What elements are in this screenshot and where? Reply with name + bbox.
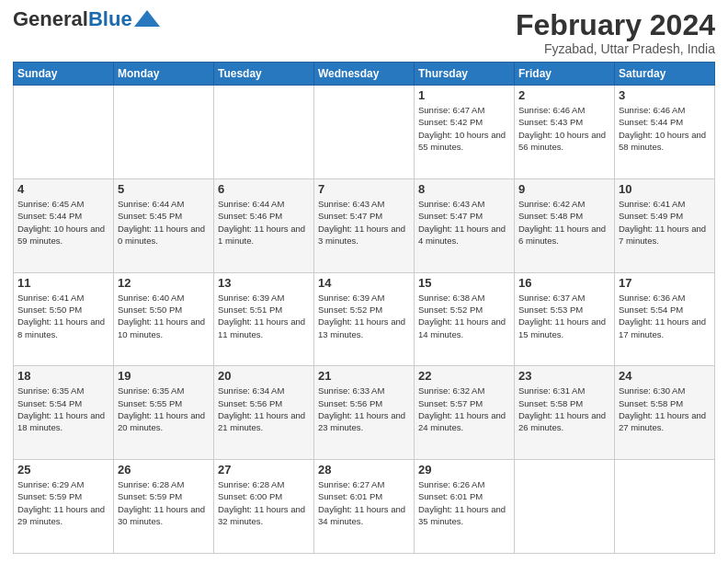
logo-blue: Blue [88,7,132,30]
header: GeneralBlue February 2024 Fyzabad, Uttar… [13,9,715,56]
day-number: 24 [619,369,711,383]
calendar-cell: 13Sunrise: 6:39 AM Sunset: 5:51 PM Dayli… [214,272,314,366]
calendar-cell: 12Sunrise: 6:40 AM Sunset: 5:50 PM Dayli… [114,272,214,366]
day-info: Sunrise: 6:47 AM Sunset: 5:42 PM Dayligh… [418,104,510,153]
day-info: Sunrise: 6:46 AM Sunset: 5:43 PM Dayligh… [518,104,610,153]
logo-icon [134,10,160,27]
day-number: 14 [318,276,410,290]
day-number: 18 [17,369,109,383]
day-info: Sunrise: 6:33 AM Sunset: 5:56 PM Dayligh… [318,385,410,433]
day-info: Sunrise: 6:28 AM Sunset: 6:00 PM Dayligh… [218,478,310,527]
calendar-cell: 6Sunrise: 6:44 AM Sunset: 5:46 PM Daylig… [214,178,314,272]
calendar-cell: 3Sunrise: 6:46 AM Sunset: 5:44 PM Daylig… [615,86,715,179]
calendar-week-2: 4Sunrise: 6:45 AM Sunset: 5:44 PM Daylig… [14,178,715,272]
day-number: 10 [619,182,711,196]
day-number: 6 [218,182,310,196]
calendar-cell: 29Sunrise: 6:26 AM Sunset: 6:01 PM Dayli… [415,460,515,554]
day-number: 17 [619,276,711,290]
day-number: 1 [418,88,510,102]
calendar-cell: 19Sunrise: 6:35 AM Sunset: 5:55 PM Dayli… [114,366,214,460]
calendar-cell: 1Sunrise: 6:47 AM Sunset: 5:42 PM Daylig… [415,86,515,179]
day-number: 3 [619,88,711,102]
calendar-cell [615,460,715,554]
title-section: February 2024 Fyzabad, Uttar Pradesh, In… [516,9,715,56]
day-number: 16 [518,276,610,290]
calendar-cell: 27Sunrise: 6:28 AM Sunset: 6:00 PM Dayli… [214,460,314,554]
calendar-cell: 26Sunrise: 6:28 AM Sunset: 5:59 PM Dayli… [114,460,214,554]
calendar-cell [14,86,114,179]
day-number: 28 [318,463,410,477]
day-number: 15 [418,276,510,290]
calendar-cell: 16Sunrise: 6:37 AM Sunset: 5:53 PM Dayli… [515,272,615,366]
calendar-cell [314,86,415,179]
day-header-sunday: Sunday [14,63,114,86]
calendar-cell: 11Sunrise: 6:41 AM Sunset: 5:50 PM Dayli… [14,272,114,366]
day-info: Sunrise: 6:28 AM Sunset: 5:59 PM Dayligh… [118,478,210,527]
calendar-cell [515,460,615,554]
day-info: Sunrise: 6:44 AM Sunset: 5:46 PM Dayligh… [218,198,310,247]
calendar-cell: 8Sunrise: 6:43 AM Sunset: 5:47 PM Daylig… [415,178,515,272]
day-info: Sunrise: 6:43 AM Sunset: 5:47 PM Dayligh… [418,198,510,247]
day-info: Sunrise: 6:29 AM Sunset: 5:59 PM Dayligh… [17,478,109,527]
calendar-cell: 18Sunrise: 6:35 AM Sunset: 5:54 PM Dayli… [14,366,114,460]
calendar-cell: 25Sunrise: 6:29 AM Sunset: 5:59 PM Dayli… [14,460,114,554]
day-info: Sunrise: 6:36 AM Sunset: 5:54 PM Dayligh… [619,292,711,340]
day-number: 21 [318,369,410,383]
day-number: 12 [118,276,210,290]
day-info: Sunrise: 6:44 AM Sunset: 5:45 PM Dayligh… [118,198,210,247]
calendar-cell: 2Sunrise: 6:46 AM Sunset: 5:43 PM Daylig… [515,86,615,179]
day-info: Sunrise: 6:45 AM Sunset: 5:44 PM Dayligh… [17,198,109,247]
location: Fyzabad, Uttar Pradesh, India [516,41,715,56]
calendar-cell [214,86,314,179]
logo-text: GeneralBlue [13,9,132,29]
calendar-cell: 22Sunrise: 6:32 AM Sunset: 5:57 PM Dayli… [415,366,515,460]
calendar-cell: 17Sunrise: 6:36 AM Sunset: 5:54 PM Dayli… [615,272,715,366]
day-info: Sunrise: 6:39 AM Sunset: 5:51 PM Dayligh… [218,292,310,340]
calendar-cell: 14Sunrise: 6:39 AM Sunset: 5:52 PM Dayli… [314,272,415,366]
day-info: Sunrise: 6:42 AM Sunset: 5:48 PM Dayligh… [518,198,610,247]
day-number: 2 [518,88,610,102]
day-info: Sunrise: 6:38 AM Sunset: 5:52 PM Dayligh… [418,292,510,340]
svg-marker-0 [134,10,160,27]
day-info: Sunrise: 6:41 AM Sunset: 5:50 PM Dayligh… [17,292,109,340]
day-info: Sunrise: 6:26 AM Sunset: 6:01 PM Dayligh… [418,478,510,527]
calendar-cell: 24Sunrise: 6:30 AM Sunset: 5:58 PM Dayli… [615,366,715,460]
calendar-week-1: 1Sunrise: 6:47 AM Sunset: 5:42 PM Daylig… [14,86,715,179]
day-header-monday: Monday [114,63,214,86]
logo-general: General [13,7,88,30]
calendar-cell: 20Sunrise: 6:34 AM Sunset: 5:56 PM Dayli… [214,366,314,460]
page: GeneralBlue February 2024 Fyzabad, Uttar… [0,0,728,563]
calendar-cell: 10Sunrise: 6:41 AM Sunset: 5:49 PM Dayli… [615,178,715,272]
day-info: Sunrise: 6:40 AM Sunset: 5:50 PM Dayligh… [118,292,210,340]
calendar-cell: 15Sunrise: 6:38 AM Sunset: 5:52 PM Dayli… [415,272,515,366]
day-header-friday: Friday [515,63,615,86]
calendar-cell: 5Sunrise: 6:44 AM Sunset: 5:45 PM Daylig… [114,178,214,272]
calendar-week-3: 11Sunrise: 6:41 AM Sunset: 5:50 PM Dayli… [14,272,715,366]
day-number: 13 [218,276,310,290]
day-number: 23 [518,369,610,383]
day-info: Sunrise: 6:46 AM Sunset: 5:44 PM Dayligh… [619,104,711,153]
day-header-saturday: Saturday [615,63,715,86]
day-info: Sunrise: 6:32 AM Sunset: 5:57 PM Dayligh… [418,385,510,433]
day-info: Sunrise: 6:31 AM Sunset: 5:58 PM Dayligh… [518,385,610,433]
calendar-cell: 7Sunrise: 6:43 AM Sunset: 5:47 PM Daylig… [314,178,415,272]
day-number: 22 [418,369,510,383]
day-info: Sunrise: 6:34 AM Sunset: 5:56 PM Dayligh… [218,385,310,433]
day-number: 9 [518,182,610,196]
calendar-cell: 21Sunrise: 6:33 AM Sunset: 5:56 PM Dayli… [314,366,415,460]
day-info: Sunrise: 6:30 AM Sunset: 5:58 PM Dayligh… [619,385,711,433]
day-number: 25 [17,463,109,477]
day-info: Sunrise: 6:35 AM Sunset: 5:55 PM Dayligh… [118,385,210,433]
day-info: Sunrise: 6:37 AM Sunset: 5:53 PM Dayligh… [518,292,610,340]
day-number: 11 [17,276,109,290]
calendar-cell: 28Sunrise: 6:27 AM Sunset: 6:01 PM Dayli… [314,460,415,554]
day-number: 29 [418,463,510,477]
day-header-thursday: Thursday [415,63,515,86]
day-info: Sunrise: 6:41 AM Sunset: 5:49 PM Dayligh… [619,198,711,247]
calendar-cell: 9Sunrise: 6:42 AM Sunset: 5:48 PM Daylig… [515,178,615,272]
day-number: 7 [318,182,410,196]
day-info: Sunrise: 6:35 AM Sunset: 5:54 PM Dayligh… [17,385,109,433]
day-number: 19 [118,369,210,383]
day-info: Sunrise: 6:43 AM Sunset: 5:47 PM Dayligh… [318,198,410,247]
day-number: 4 [17,182,109,196]
